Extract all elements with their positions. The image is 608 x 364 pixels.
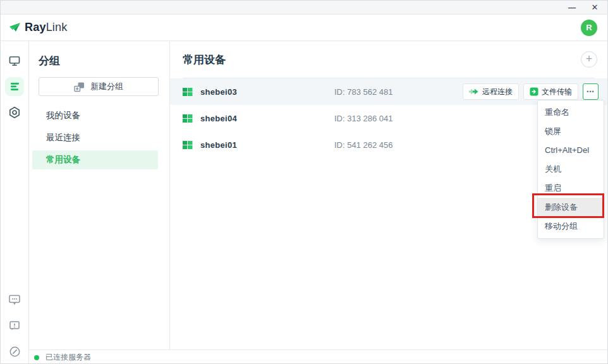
device-name: shebei03 — [200, 87, 237, 97]
menu-item-delete-device[interactable]: 删除设备 — [538, 198, 604, 217]
nav-feedback[interactable] — [5, 316, 24, 335]
remote-connect-label: 远程连接 — [482, 87, 513, 97]
brand-logo: RayLink — [8, 21, 67, 35]
group-list: 我的设备 最近连接 常用设备 — [29, 106, 169, 169]
brand-name: RayLink — [25, 21, 67, 34]
remote-connect-button[interactable]: 远程连接 — [463, 83, 519, 100]
file-transfer-icon — [530, 87, 538, 96]
file-transfer-button[interactable]: 文件传输 — [523, 83, 578, 100]
device-grid-icon — [183, 114, 193, 123]
status-bar: 已连接服务器 — [29, 349, 607, 364]
device-id: ID: 313 286 041 — [334, 114, 393, 123]
feedback-icon — [9, 320, 20, 331]
menu-item-rename[interactable]: 重命名 — [538, 103, 604, 122]
add-device-button[interactable]: + — [581, 51, 597, 68]
nav-devices[interactable] — [5, 51, 24, 70]
device-list-icon — [10, 82, 20, 91]
menu-item-restart[interactable]: 重启 — [538, 179, 604, 198]
brand-ray: Ray — [25, 21, 46, 33]
brand-link: Link — [46, 21, 68, 33]
menu-item-lock-screen[interactable]: 锁屏 — [538, 122, 604, 141]
minimize-button[interactable]: — — [567, 4, 577, 11]
device-grid-icon — [183, 87, 193, 97]
settings-hexagon-icon — [8, 106, 21, 119]
nav-compass[interactable] — [5, 342, 24, 361]
menu-item-shutdown[interactable]: 关机 — [538, 160, 604, 179]
chat-dots-icon — [8, 294, 21, 306]
new-group-button[interactable]: 新建分组 — [39, 77, 159, 96]
sidebar-item-my-devices[interactable]: 我的设备 — [32, 106, 158, 125]
sidebar-item-recent-connections[interactable]: 最近连接 — [32, 128, 158, 147]
double-arrow-icon — [469, 88, 479, 95]
paper-plane-icon — [8, 21, 22, 35]
sidebar-item-frequent-devices[interactable]: 常用设备 — [32, 150, 158, 169]
titlebar: — ✕ — [1, 1, 607, 15]
close-button[interactable]: ✕ — [590, 3, 600, 11]
monitor-icon — [8, 55, 21, 67]
file-transfer-label: 文件传输 — [542, 87, 572, 97]
nav-settings[interactable] — [5, 103, 24, 122]
menu-item-move-group[interactable]: 移动分组 — [538, 217, 604, 236]
app-header: RayLink R — [1, 15, 607, 41]
compass-icon — [9, 346, 21, 358]
more-actions-button[interactable]: ••• — [583, 83, 599, 100]
groups-sidebar: 分组 新建分组 我的设备 — [29, 41, 170, 349]
nav-chat[interactable] — [5, 290, 24, 309]
user-avatar[interactable]: R — [581, 20, 597, 36]
new-group-label: 新建分组 — [90, 81, 123, 92]
device-name: shebei01 — [200, 140, 237, 150]
device-grid-icon — [183, 140, 193, 150]
page-title: 常用设备 — [183, 52, 226, 67]
menu-item-ctrl-alt-del[interactable]: Ctrl+Alt+Del — [538, 141, 604, 160]
raylink-window: — ✕ RayLink R — [0, 0, 608, 364]
device-name: shebei04 — [200, 114, 237, 123]
device-id: ID: 783 562 481 — [334, 87, 393, 97]
add-group-icon — [74, 82, 85, 92]
device-id: ID: 541 262 456 — [334, 140, 393, 150]
connection-status-dot-icon — [34, 355, 39, 360]
nav-device-list[interactable] — [5, 77, 24, 96]
sidebar-title: 分组 — [39, 54, 169, 68]
device-context-menu: 重命名 锁屏 Ctrl+Alt+Del 关机 重启 删除设备 移动分组 — [537, 100, 604, 239]
connection-status-label: 已连接服务器 — [46, 352, 91, 363]
nav-rail — [1, 41, 29, 364]
